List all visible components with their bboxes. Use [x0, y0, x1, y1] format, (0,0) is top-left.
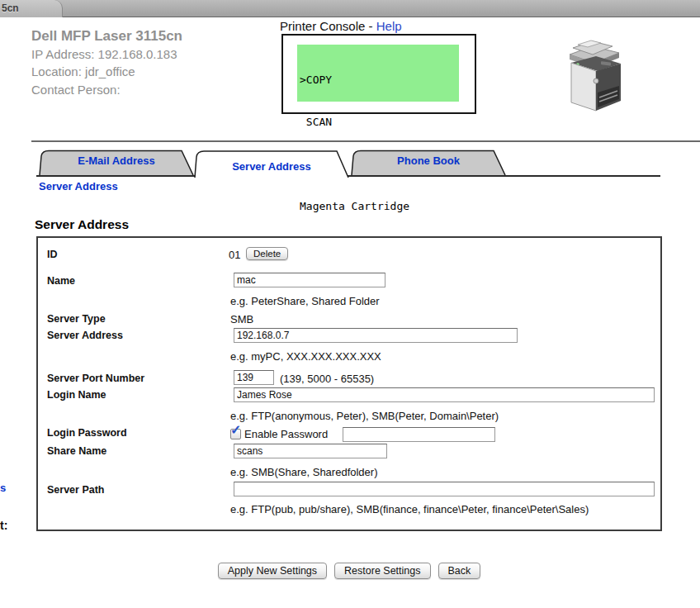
server-address-form: ID 01 Delete Name e.g. PeterShare, Share… — [36, 236, 662, 531]
id-value: 01 — [229, 249, 240, 261]
share-name-hint: e.g. SMB(Share, Sharedfolder) — [230, 466, 377, 478]
server-address-input[interactable] — [234, 328, 518, 343]
help-link[interactable]: Help — [376, 19, 402, 33]
login-name-label: Login Name — [47, 389, 106, 401]
login-password-input[interactable] — [343, 427, 495, 442]
share-name-label: Share Name — [47, 445, 106, 457]
server-path-label: Server Path — [47, 484, 104, 496]
login-name-hint: e.g. FTP(anonymous, Peter), SMB(Peter, D… — [230, 410, 499, 422]
tab-label: E-Mail Address — [38, 154, 195, 167]
name-input[interactable] — [234, 273, 385, 287]
device-contact: Contact Person: — [31, 81, 182, 99]
checkmark-icon: ✓ — [230, 424, 241, 437]
printer-image — [560, 35, 629, 117]
server-port-range: (139, 5000 - 65535) — [280, 373, 374, 385]
device-name: Dell MFP Laser 3115cn — [31, 27, 182, 45]
back-button[interactable]: Back — [438, 563, 481, 579]
name-hint: e.g. PeterShare, Shared Folder — [230, 295, 380, 307]
login-password-label: Login Password — [47, 427, 127, 439]
tab-phone-book[interactable]: Phone Book — [350, 150, 507, 175]
console-title: Printer Console - Help — [280, 19, 402, 33]
tab-email-address[interactable]: E-Mail Address — [38, 150, 195, 175]
subnav-server-address-link[interactable]: Server Address — [39, 180, 118, 192]
browser-tab-bar: 5cn — [0, 0, 700, 17]
lcd-line: Magenta Cartridge — [300, 199, 459, 213]
console-lcd-box: >COPY SCAN FAX Magenta Cartridge — [281, 34, 476, 114]
tab-server-address[interactable]: Server Address — [193, 150, 350, 178]
id-label: ID — [47, 249, 58, 260]
device-location: Location: jdr_office — [31, 63, 182, 81]
page-title: Server Address — [35, 217, 129, 232]
left-frame-clipped-link[interactable]: s — [0, 482, 7, 494]
enable-password-checkbox[interactable]: ✓ — [230, 429, 241, 439]
browser-tab-title: 5cn — [2, 2, 19, 14]
delete-button[interactable]: Delete — [246, 247, 288, 260]
lcd-display: >COPY SCAN FAX Magenta Cartridge — [297, 45, 459, 102]
page: 5cn Dell MFP Laser 3115cn IP Address: 19… — [0, 0, 700, 608]
lcd-line: >COPY — [300, 73, 459, 87]
server-port-input[interactable] — [234, 370, 274, 385]
left-frame-clipped-label: t: — [0, 519, 11, 532]
restore-settings-button[interactable]: Restore Settings — [334, 563, 430, 579]
login-name-input[interactable] — [234, 387, 655, 402]
server-address-label: Server Address — [47, 330, 123, 341]
browser-tab[interactable]: 5cn — [0, 0, 63, 17]
form-actions: Apply New Settings Restore Settings Back — [36, 563, 662, 579]
tab-label: Server Address — [193, 160, 350, 173]
lcd-line: SCAN — [300, 115, 459, 129]
server-port-label: Server Port Number — [47, 373, 144, 384]
tab-label: Phone Book — [350, 154, 507, 167]
server-path-hint: e.g. FTP(pub, pub/share), SMB(finance, f… — [230, 503, 589, 515]
enable-password-label: Enable Password — [244, 428, 328, 440]
server-path-input[interactable] — [234, 482, 655, 496]
device-info: Dell MFP Laser 3115cn IP Address: 192.16… — [31, 27, 182, 98]
server-address-hint: e.g. myPC, XXX.XXX.XXX.XXX — [230, 350, 381, 363]
share-name-input[interactable] — [234, 444, 387, 458]
top-divider — [31, 140, 700, 142]
device-ip: IP Address: 192.168.0.183 — [31, 45, 182, 64]
server-type-label: Server Type — [47, 313, 106, 325]
server-type-value: SMB — [230, 313, 253, 325]
name-label: Name — [47, 275, 75, 287]
apply-new-settings-button[interactable]: Apply New Settings — [218, 563, 327, 579]
